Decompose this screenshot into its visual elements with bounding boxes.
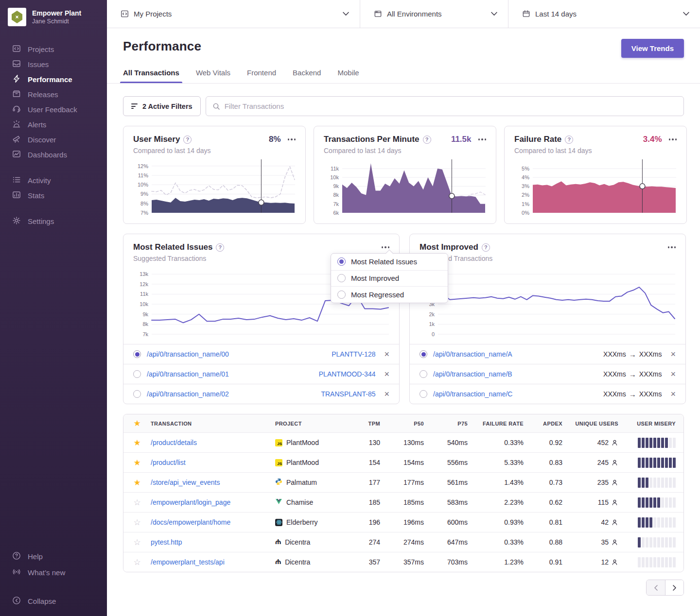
previous-page-button[interactable] <box>647 580 665 595</box>
user-misery-chart[interactable]: 12%11%10%9%8%7% <box>133 158 296 217</box>
issue-link[interactable]: PLANTMOOD-344 <box>319 370 376 378</box>
lightning-icon <box>12 74 21 85</box>
menu-item-most-improved[interactable]: Most Improved <box>331 270 448 287</box>
help-circle-icon[interactable]: ? <box>183 136 192 144</box>
sidebar-item-discover[interactable]: Discover <box>0 132 107 147</box>
help-circle-icon[interactable]: ? <box>482 243 490 252</box>
ellipsis-menu-icon[interactable] <box>382 244 390 250</box>
ellipsis-menu-icon[interactable] <box>288 137 296 142</box>
close-icon[interactable]: × <box>670 370 676 378</box>
arrow-right-icon: → <box>629 370 636 378</box>
col-apdex[interactable]: APDEX <box>525 421 564 427</box>
sidebar-item-performance[interactable]: Performance <box>0 72 107 87</box>
issue-link[interactable]: TRANSPLANT-85 <box>321 390 375 398</box>
transaction-link[interactable]: /empowerplant_tests/api <box>151 558 225 566</box>
next-page-button[interactable] <box>665 580 683 595</box>
search-input[interactable] <box>225 102 677 110</box>
failure-rate-value: 2.23% <box>470 498 525 506</box>
col-p75[interactable]: P75 <box>426 421 470 427</box>
help-circle-icon[interactable]: ? <box>216 243 224 252</box>
transaction-link[interactable]: /docs/empowerplant/home <box>151 518 230 526</box>
apdex-value: 0.81 <box>525 518 564 526</box>
favorite-star[interactable]: ★ <box>123 458 151 468</box>
transaction-link[interactable]: /api/0/transaction_name/B <box>433 370 512 378</box>
transaction-link[interactable]: /api/0/transaction_name/C <box>433 390 512 398</box>
project-selector[interactable]: My Projects <box>107 0 360 28</box>
tpm-chart[interactable]: 11k10k9k8k7k6k <box>324 158 486 217</box>
favorite-star[interactable]: ★ <box>123 478 151 488</box>
sidebar-item-settings[interactable]: Settings <box>0 214 107 229</box>
favorite-star[interactable]: ☆ <box>123 537 151 548</box>
sidebar-item-dashboards[interactable]: Dashboards <box>0 147 107 162</box>
transaction-link[interactable]: pytest.http <box>151 538 182 546</box>
radio-unselected[interactable] <box>133 390 141 398</box>
window-icon <box>374 10 382 18</box>
radio-selected[interactable] <box>420 350 427 358</box>
col-p50[interactable]: P50 <box>382 421 426 427</box>
sidebar-item-issues[interactable]: Issues <box>0 57 107 72</box>
user-icon <box>611 559 618 566</box>
ellipsis-menu-icon[interactable] <box>478 137 487 142</box>
tab-mobile[interactable]: Mobile <box>337 68 359 83</box>
active-filters-label: 2 Active Filters <box>142 103 192 110</box>
sidebar-item-activity[interactable]: Activity <box>0 173 107 188</box>
favorite-star[interactable]: ☆ <box>123 557 151 567</box>
transaction-link[interactable]: /empowerplant/login_page <box>151 498 230 506</box>
sidebar-item-stats[interactable]: Stats <box>0 188 107 203</box>
view-trends-button[interactable]: View Trends <box>621 39 684 58</box>
ellipsis-menu-icon[interactable] <box>669 137 677 142</box>
close-icon[interactable]: × <box>670 390 676 398</box>
sidebar-item-whats-new[interactable]: What’s new <box>0 565 107 581</box>
col-project[interactable]: PROJECT <box>275 421 348 427</box>
issue-link[interactable]: PLANTTV-128 <box>332 350 375 358</box>
col-unique-users[interactable]: UNIQUE USERS <box>564 421 620 427</box>
help-circle-icon[interactable]: ? <box>423 136 431 144</box>
col-failure-rate[interactable]: FAILURE RATE <box>470 421 525 427</box>
bar-chart-icon <box>12 190 21 201</box>
user-icon <box>611 439 618 446</box>
tab-backend[interactable]: Backend <box>293 68 321 83</box>
radio-selected[interactable] <box>133 350 141 358</box>
svg-text:9k: 9k <box>142 311 148 317</box>
transaction-link[interactable]: /store/api_view_events <box>151 479 220 486</box>
sidebar-item-projects[interactable]: Projects <box>0 42 107 57</box>
radio-unselected[interactable] <box>420 370 427 378</box>
close-icon[interactable]: × <box>384 350 389 359</box>
failure-rate-chart[interactable]: 5%4%3%2%1%0% <box>514 158 677 217</box>
transaction-link[interactable]: /api/0/transaction_name/00 <box>147 350 229 358</box>
favorite-star[interactable]: ☆ <box>123 517 151 528</box>
radio-unselected[interactable] <box>133 370 141 378</box>
transaction-link[interactable]: /product/details <box>151 439 197 446</box>
col-tpm[interactable]: TPM <box>348 421 382 427</box>
tab-frontend[interactable]: Frontend <box>247 68 276 83</box>
menu-item-most-regressed[interactable]: Most Regressed <box>331 286 448 303</box>
transaction-link[interactable]: /product/list <box>151 459 186 466</box>
col-user-misery[interactable]: USER MISERY <box>620 421 683 427</box>
menu-item-most-related-issues[interactable]: Most Related Issues <box>331 254 448 270</box>
sidebar-item-help[interactable]: Help <box>0 548 107 565</box>
sidebar-item-releases[interactable]: Releases <box>0 87 107 102</box>
favorite-star[interactable]: ★ <box>123 438 151 448</box>
close-icon[interactable]: × <box>384 390 389 398</box>
transaction-link[interactable]: /api/0/transaction_name/A <box>433 350 512 358</box>
environment-selector[interactable]: All Environments <box>360 0 508 28</box>
tab-all-transactions[interactable]: All Transactions <box>123 68 179 83</box>
transaction-link[interactable]: /api/0/transaction_name/02 <box>147 390 229 398</box>
transaction-link[interactable]: /api/0/transaction_name/01 <box>147 370 229 378</box>
most-improved-chart[interactable]: 3k2k1k0 <box>420 265 676 338</box>
ellipsis-menu-icon[interactable] <box>668 244 676 250</box>
sidebar-collapse-button[interactable]: Collapse <box>0 593 107 609</box>
favorite-star[interactable]: ☆ <box>123 497 151 508</box>
close-icon[interactable]: × <box>670 350 676 359</box>
org-switcher[interactable]: Empower Plant Jane Schmidt <box>0 8 107 29</box>
tab-web-vitals[interactable]: Web Vitals <box>196 68 230 83</box>
radio-unselected[interactable] <box>420 390 427 398</box>
date-range-selector[interactable]: Last 14 days <box>508 0 700 28</box>
card-value: 11.5k <box>451 135 472 144</box>
col-transaction[interactable]: TRANSACTION <box>151 421 275 427</box>
active-filters-button[interactable]: 2 Active Filters <box>123 96 201 116</box>
sidebar-item-alerts[interactable]: Alerts <box>0 117 107 132</box>
sidebar-item-user-feedback[interactable]: User Feedback <box>0 102 107 117</box>
help-circle-icon[interactable]: ? <box>565 136 573 144</box>
close-icon[interactable]: × <box>384 370 389 378</box>
